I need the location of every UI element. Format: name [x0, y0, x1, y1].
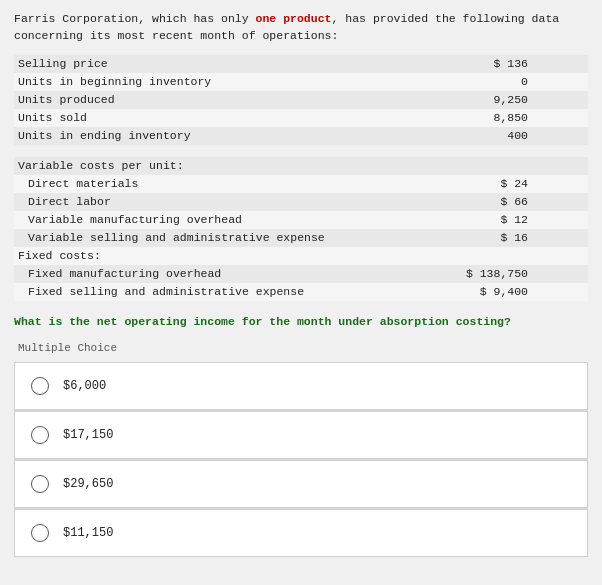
fixed-value: $ 9,400 [416, 283, 588, 301]
variable-cost-row: Direct materials $ 24 [14, 175, 588, 193]
variable-section-header: Variable costs per unit: [14, 157, 588, 175]
option-text: $17,150 [63, 428, 113, 442]
option-circle [31, 524, 49, 542]
variable-header-label: Variable costs per unit: [14, 157, 416, 175]
basic-label: Units sold [14, 109, 416, 127]
basic-value: 8,850 [416, 109, 588, 127]
fixed-cost-row: Fixed manufacturing overhead $ 138,750 [14, 265, 588, 283]
basic-data-table: Selling price $ 136 Units in beginning i… [14, 55, 588, 145]
basic-data-row: Units sold 8,850 [14, 109, 588, 127]
variable-cost-row: Variable manufacturing overhead $ 12 [14, 211, 588, 229]
option-circle [31, 426, 49, 444]
basic-value: 400 [416, 127, 588, 145]
option-circle [31, 377, 49, 395]
basic-data-row: Units in beginning inventory 0 [14, 73, 588, 91]
variable-label: Variable manufacturing overhead [14, 211, 416, 229]
variable-label: Direct materials [14, 175, 416, 193]
option-text: $11,150 [63, 526, 113, 540]
basic-value: $ 136 [416, 55, 588, 73]
fixed-cost-row: Fixed selling and administrative expense… [14, 283, 588, 301]
page-container: Farris Corporation, which has only one p… [0, 0, 602, 585]
fixed-section-header: Fixed costs: [14, 247, 588, 265]
variable-cost-row: Variable selling and administrative expe… [14, 229, 588, 247]
multiple-choice-label: Multiple Choice [18, 342, 588, 354]
option-row-option-d[interactable]: $11,150 [14, 509, 588, 557]
basic-data-row: Units produced 9,250 [14, 91, 588, 109]
option-text: $29,650 [63, 477, 113, 491]
variable-value: $ 24 [416, 175, 588, 193]
basic-value: 9,250 [416, 91, 588, 109]
fixed-value: $ 138,750 [416, 265, 588, 283]
basic-label: Units produced [14, 91, 416, 109]
basic-data-row: Selling price $ 136 [14, 55, 588, 73]
option-text: $6,000 [63, 379, 106, 393]
option-row-option-b[interactable]: $17,150 [14, 411, 588, 459]
option-row-option-c[interactable]: $29,650 [14, 460, 588, 508]
intro-highlight: one product [256, 12, 332, 25]
variable-cost-row: Direct labor $ 66 [14, 193, 588, 211]
fixed-header-label: Fixed costs: [14, 247, 416, 265]
fixed-label: Fixed selling and administrative expense [14, 283, 416, 301]
basic-value: 0 [416, 73, 588, 91]
variable-value: $ 66 [416, 193, 588, 211]
basic-label: Units in ending inventory [14, 127, 416, 145]
variable-value: $ 16 [416, 229, 588, 247]
options-container: $6,000 $17,150 $29,650 $11,150 [14, 362, 588, 557]
fixed-label: Fixed manufacturing overhead [14, 265, 416, 283]
basic-label: Selling price [14, 55, 416, 73]
intro-text: Farris Corporation, which has only one p… [14, 10, 588, 45]
variable-label: Direct labor [14, 193, 416, 211]
question-text: What is the net operating income for the… [14, 313, 588, 330]
option-circle [31, 475, 49, 493]
basic-label: Units in beginning inventory [14, 73, 416, 91]
costs-table: Variable costs per unit: Direct material… [14, 157, 588, 301]
variable-value: $ 12 [416, 211, 588, 229]
basic-data-row: Units in ending inventory 400 [14, 127, 588, 145]
option-row-option-a[interactable]: $6,000 [14, 362, 588, 410]
intro-before: Farris Corporation, which has only [14, 12, 256, 25]
variable-label: Variable selling and administrative expe… [14, 229, 416, 247]
